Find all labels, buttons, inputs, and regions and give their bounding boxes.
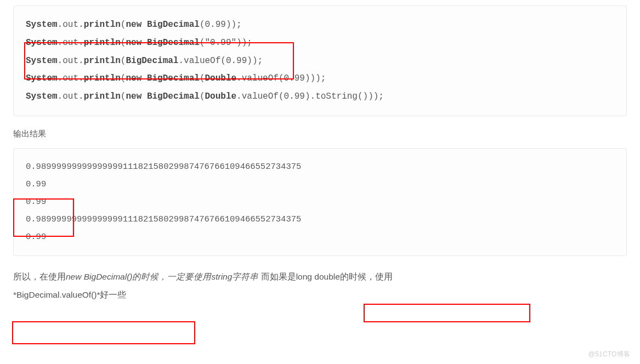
code-line-4: System.out.println(new BigDecimal(Double… — [26, 73, 326, 83]
summary-part-1: 所以，在使用 — [13, 272, 66, 281]
tok-bigdecimal: BigDecimal — [147, 73, 200, 83]
summary-part-2: 而如果是long double的时候，使用 — [258, 272, 392, 281]
summary-part-3: *BigDecimal.valueOf()*好一些 — [13, 290, 127, 299]
code-line-2: System.out.println(new BigDecimal("0.99"… — [26, 38, 252, 48]
tok-double: Double — [205, 92, 237, 101]
tok-system: System — [26, 20, 58, 30]
output-line-3: 0.99 — [26, 197, 46, 207]
output-block: 0.98999999999999999111821580299874767661… — [13, 148, 627, 256]
tok-system: System — [26, 38, 58, 48]
tok-bigdecimal: BigDecimal — [147, 92, 200, 101]
tok-println: println — [84, 56, 121, 66]
tok: ( — [121, 20, 126, 30]
tok: ( — [121, 73, 126, 83]
tok-new: new — [126, 38, 141, 48]
output-line-5: 0.99 — [26, 232, 46, 242]
code-line-1: System.out.println(new BigDecimal(0.99))… — [26, 20, 242, 30]
tok: ( — [121, 92, 126, 101]
tok-new: new — [126, 92, 141, 101]
tok — [141, 73, 147, 83]
code-line-3: System.out.println(BigDecimal.valueOf(0.… — [26, 56, 263, 66]
code-block: System.out.println(new BigDecimal(0.99))… — [13, 5, 627, 116]
tok-println: println — [84, 73, 121, 83]
tok: ( — [121, 38, 126, 48]
tok-println: println — [84, 38, 121, 48]
annotation-box-text-1 — [364, 304, 530, 322]
tok: .out. — [58, 56, 84, 66]
tok: .out. — [58, 73, 84, 83]
tok: ( — [121, 56, 126, 66]
output-line-1: 0.98999999999999999111821580299874767661… — [26, 162, 301, 172]
tok-new: new — [126, 20, 141, 30]
tok-println: println — [84, 92, 121, 101]
tok: ( — [200, 92, 205, 101]
tok — [141, 92, 147, 101]
output-line-2: 0.99 — [26, 179, 46, 189]
tok-bigdecimal: BigDecimal — [147, 38, 200, 48]
tok-double: Double — [205, 73, 237, 83]
output-line-4: 0.98999999999999999111821580299874767661… — [26, 214, 301, 224]
tok: .valueOf(0.99).toString())); — [236, 92, 384, 101]
tok-system: System — [26, 56, 58, 66]
tok: .out. — [58, 92, 84, 101]
summary-italic: new BigDecimal()的时候，一定要使用string字符串 — [66, 272, 258, 281]
tok: ("0.99")); — [200, 38, 252, 48]
tok: .out. — [58, 20, 84, 30]
tok-system: System — [26, 92, 58, 101]
tok-system: System — [26, 73, 58, 83]
tok-bigdecimal: BigDecimal — [126, 56, 178, 66]
tok — [141, 20, 147, 30]
code-line-5: System.out.println(new BigDecimal(Double… — [26, 92, 384, 101]
annotation-box-text-2 — [12, 321, 195, 344]
watermark-text: @51CTO博客 — [588, 348, 630, 361]
output-label: 输出结果 — [13, 126, 627, 142]
tok — [141, 38, 147, 48]
tok: .out. — [58, 38, 84, 48]
tok: .valueOf(0.99))); — [236, 73, 326, 83]
summary-text: 所以，在使用new BigDecimal()的时候，一定要使用string字符串… — [13, 268, 627, 304]
tok-println: println — [84, 20, 121, 30]
tok-new: new — [126, 73, 141, 83]
tok-bigdecimal: BigDecimal — [147, 20, 200, 30]
tok: ( — [200, 73, 205, 83]
tok: .valueOf(0.99)); — [178, 56, 263, 66]
tok: (0.99)); — [200, 20, 242, 30]
